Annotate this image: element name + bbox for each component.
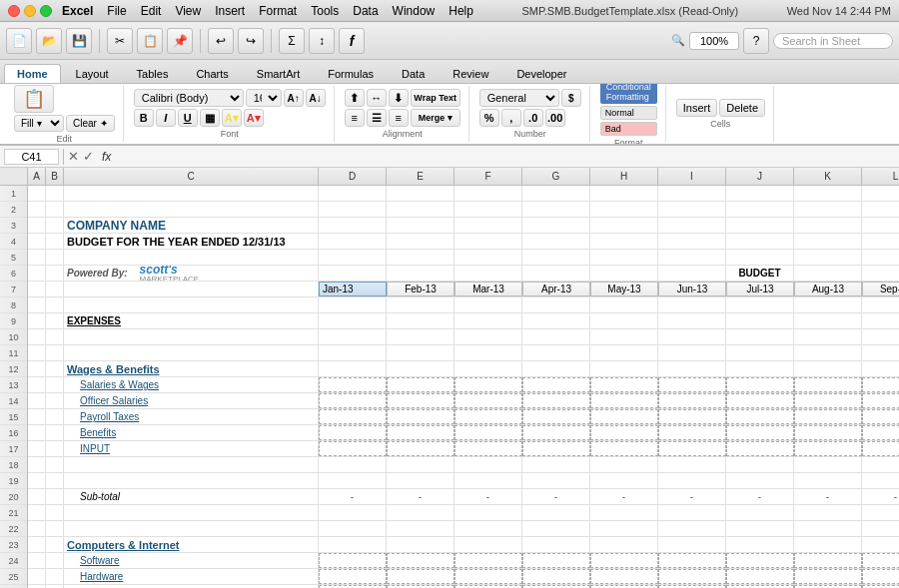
r22-c[interactable] <box>64 521 319 536</box>
tab-developer[interactable]: Developer <box>503 64 579 83</box>
r13-b[interactable] <box>46 377 64 392</box>
r12-a[interactable] <box>28 361 46 376</box>
font-shrink-button[interactable]: A↓ <box>306 89 326 107</box>
close-button[interactable] <box>8 5 20 17</box>
expenses-label-cell[interactable]: EXPENSES <box>64 313 319 328</box>
r10-f[interactable] <box>454 329 522 344</box>
r21-j[interactable] <box>726 505 794 520</box>
r7-b[interactable] <box>46 282 64 296</box>
tab-review[interactable]: Review <box>440 64 501 83</box>
r16-f[interactable] <box>454 425 522 440</box>
r18-b[interactable] <box>46 457 64 472</box>
r14-k[interactable] <box>794 393 862 408</box>
r9-i[interactable] <box>658 313 726 328</box>
r5-c[interactable] <box>64 250 319 265</box>
cell-reference[interactable] <box>4 149 59 165</box>
r21-b[interactable] <box>46 505 64 520</box>
r4-f[interactable] <box>454 234 522 249</box>
r15-f[interactable] <box>454 409 522 424</box>
r14-i[interactable] <box>658 393 726 408</box>
r11-i[interactable] <box>658 345 726 360</box>
r20-a[interactable] <box>28 489 46 504</box>
menu-data[interactable]: Data <box>353 4 378 18</box>
r21-h[interactable] <box>590 505 658 520</box>
r15-a[interactable] <box>28 409 46 424</box>
col-header-i[interactable]: I <box>658 168 726 185</box>
r4-e[interactable] <box>387 234 454 249</box>
r1-g[interactable] <box>522 186 590 201</box>
r8-j[interactable] <box>726 297 794 312</box>
r10-j[interactable] <box>726 329 794 344</box>
r8-l[interactable] <box>862 297 899 312</box>
r11-l[interactable] <box>862 345 899 360</box>
r18-g[interactable] <box>522 457 590 472</box>
r14-f[interactable] <box>454 393 522 408</box>
r21-c[interactable] <box>64 505 319 520</box>
r10-c[interactable] <box>64 329 319 344</box>
r23-i[interactable] <box>658 537 726 552</box>
r10-i[interactable] <box>658 329 726 344</box>
r25-g[interactable] <box>522 569 590 584</box>
r19-c[interactable] <box>64 473 319 488</box>
r19-k[interactable] <box>794 473 862 488</box>
month-aug[interactable]: Aug-13 <box>794 282 862 296</box>
r6-k[interactable] <box>794 266 862 281</box>
r24-i[interactable] <box>658 553 726 568</box>
subtotal-wages-cell[interactable]: Sub-total <box>64 489 319 504</box>
r19-d[interactable] <box>319 473 387 488</box>
r8-d[interactable] <box>319 297 387 312</box>
r11-h[interactable] <box>590 345 658 360</box>
r10-e[interactable] <box>387 329 454 344</box>
insert-button[interactable]: Insert <box>676 99 718 117</box>
decrease-decimal-button[interactable]: .00 <box>545 109 565 127</box>
r1-h[interactable] <box>590 186 658 201</box>
confirm-formula-icon[interactable]: ✓ <box>83 149 94 164</box>
tab-data[interactable]: Data <box>389 64 438 83</box>
r23-d[interactable] <box>319 537 387 552</box>
r24-d[interactable] <box>319 553 387 568</box>
conditional-format-button[interactable]: ConditionalFormatting <box>600 84 657 104</box>
r9-a[interactable] <box>28 313 46 328</box>
r8-g[interactable] <box>522 297 590 312</box>
r1-c[interactable] <box>64 186 319 201</box>
minimize-button[interactable] <box>24 5 36 17</box>
r25-j[interactable] <box>726 569 794 584</box>
r18-i[interactable] <box>658 457 726 472</box>
r8-a[interactable] <box>28 297 46 312</box>
r13-g[interactable] <box>522 377 590 392</box>
month-may[interactable]: May-13 <box>590 282 658 296</box>
menu-edit[interactable]: Edit <box>141 4 162 18</box>
r16-j[interactable] <box>726 425 794 440</box>
r7-a[interactable] <box>28 282 46 296</box>
r21-g[interactable] <box>522 505 590 520</box>
r17-g[interactable] <box>522 441 590 456</box>
budget-title-cell[interactable]: BUDGET FOR THE YEAR ENDED 12/31/13 <box>64 234 319 249</box>
r23-e[interactable] <box>387 537 454 552</box>
r21-f[interactable] <box>454 505 522 520</box>
r18-k[interactable] <box>794 457 862 472</box>
r17-b[interactable] <box>46 441 64 456</box>
formula-button[interactable]: f <box>339 28 365 54</box>
r23-f[interactable] <box>454 537 522 552</box>
r1-e[interactable] <box>387 186 454 201</box>
r13-d[interactable] <box>319 377 387 392</box>
align-top-button[interactable]: ⬆ <box>345 89 365 107</box>
r12-l[interactable] <box>862 361 899 376</box>
font-color-button[interactable]: A▾ <box>244 109 264 127</box>
r22-h[interactable] <box>590 521 658 536</box>
r4-g[interactable] <box>522 234 590 249</box>
r22-j[interactable] <box>726 521 794 536</box>
r24-k[interactable] <box>794 553 862 568</box>
r8-k[interactable] <box>794 297 862 312</box>
r24-j[interactable] <box>726 553 794 568</box>
r21-i[interactable] <box>658 505 726 520</box>
tab-formulas[interactable]: Formulas <box>315 64 387 83</box>
r11-e[interactable] <box>387 345 454 360</box>
open-button[interactable]: 📂 <box>36 28 62 54</box>
r20-j-dash[interactable]: - <box>726 489 794 504</box>
r9-e[interactable] <box>387 313 454 328</box>
col-header-a[interactable]: A <box>28 168 46 185</box>
r5-l[interactable] <box>862 250 899 265</box>
r22-f[interactable] <box>454 521 522 536</box>
r22-i[interactable] <box>658 521 726 536</box>
